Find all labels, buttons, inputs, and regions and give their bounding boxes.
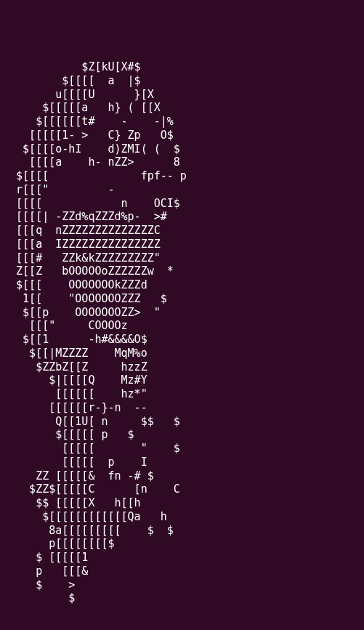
terminal-output: $Z[kU[X#$ $[[[[ a |$ u[[[[U }[X $[[[[[a … xyxy=(3,60,361,605)
ascii-art-block: $Z[kU[X#$ $[[[[ a |$ u[[[[U }[X $[[[[[a … xyxy=(3,60,187,605)
